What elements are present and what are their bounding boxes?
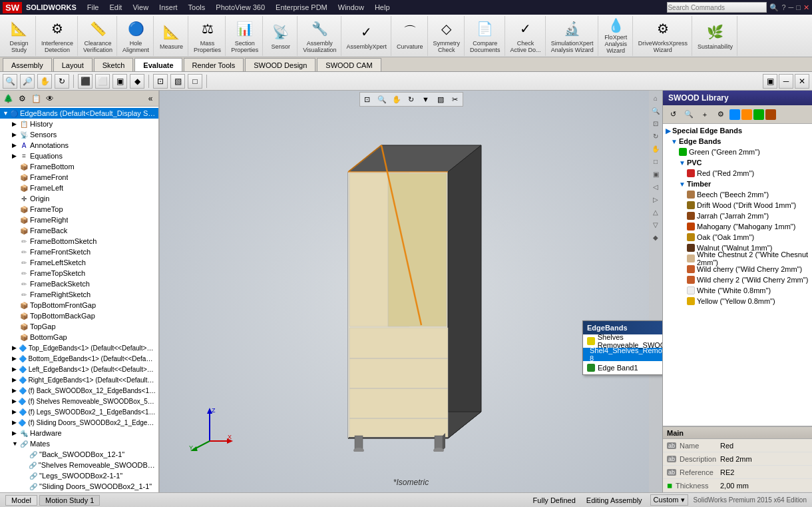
tree-item-frameright[interactable]: 📦 FrameRight: [0, 215, 158, 225]
hole-align-btn[interactable]: 🔵 HoleAlignment: [118, 16, 154, 56]
rp-refresh-btn[interactable]: ↺: [666, 107, 680, 122]
menu-photoview[interactable]: PhotoView 360: [210, 2, 270, 13]
tree-item-frametopsketch[interactable]: ✏ FrameTopSketch: [0, 268, 158, 278]
interference-btn[interactable]: ⚙ InterferenceDetection: [37, 16, 78, 56]
driveworks-btn[interactable]: ⚙ DriveWorksXpressWizard: [634, 16, 692, 56]
display-style-btn[interactable]: ▧: [434, 93, 447, 105]
rp-color3-btn[interactable]: [753, 109, 764, 120]
search-icon[interactable]: 🔍: [769, 3, 779, 12]
tree-item-framebottomsketch[interactable]: ✏ FrameBottomSketch: [0, 236, 158, 247]
tree-item-back-swoodbox[interactable]: ▶ 🔷 (f) Back_SWOODBox_12_EdgeBands<1> (D…: [0, 385, 158, 396]
rt-wild-cherry2[interactable]: Wild cherry 2 ("Wild Cherry 2mm"): [663, 274, 812, 285]
mass-props-btn[interactable]: ⚖ MassProperties: [190, 16, 226, 56]
tree-item-back-mate[interactable]: 🔗 "Back_SWOODBox_12-1": [0, 449, 158, 460]
status-custom-dropdown[interactable]: Custom ▾: [650, 494, 688, 506]
expand-history[interactable]: ▶: [12, 121, 19, 127]
vi-rotate-btn[interactable]: ↻: [650, 130, 662, 142]
tree-item-bottom-edgebands[interactable]: ▶ 🔷 Bottom_EdgeBands<1> (Default<<Defaul…: [0, 353, 158, 364]
rt-special-edge-bands[interactable]: ▶ Special Edge Bands: [663, 125, 812, 136]
rt-driftwood[interactable]: Drift Wood ("Drift Wood 1mm"): [663, 200, 812, 211]
minimize-icon[interactable]: ─: [789, 3, 794, 11]
tree-item-framefront[interactable]: 📦 FrameFront: [0, 172, 158, 183]
tree-item-frameleft[interactable]: 📦 FrameLeft: [0, 183, 158, 193]
menu-file[interactable]: File: [82, 2, 104, 13]
zoom-area-btn[interactable]: 🔍: [375, 93, 389, 105]
ctx-item-shel4[interactable]: Shel4_Shelves_Removeable_SWOODBox_5_Edge…: [583, 348, 662, 361]
tab-layout[interactable]: Layout: [53, 58, 93, 71]
tree-item-top-edgebands[interactable]: ▶ 🔷 Top_EdgeBands<1> (Default<<Default>_…: [0, 342, 158, 353]
tree-icon[interactable]: 🌲: [1, 92, 15, 105]
rp-add-btn[interactable]: +: [698, 107, 712, 122]
tree-item-left-edgebands[interactable]: ▶ 🔷 Left_EdgeBands<1> (Default<<Default>…: [0, 364, 158, 374]
tree-item-legs[interactable]: ▶ 🔷 (f) Legs_SWOODBox2_1_EdgeBands<1> (D…: [0, 406, 158, 417]
rt-red[interactable]: Red ("Red 2mm"): [663, 168, 812, 179]
tree-item-annotations[interactable]: ▶ A Annotations: [0, 140, 158, 151]
tab-render[interactable]: Render Tools: [184, 58, 244, 71]
rt-timber[interactable]: ▼ Timber: [663, 179, 812, 189]
menu-window[interactable]: Window: [333, 2, 369, 13]
clearance-btn[interactable]: 📏 ClearanceVerification: [79, 16, 117, 56]
model-tab[interactable]: Model: [5, 495, 37, 506]
wireframe-btn[interactable]: □: [188, 74, 202, 89]
rp-color1-btn[interactable]: [729, 109, 740, 120]
vi-left-btn[interactable]: ◁: [650, 181, 662, 193]
expand-root[interactable]: ▼: [3, 110, 9, 117]
tree-item-topbottombackgap[interactable]: 📦 TopBottomBackGap: [0, 310, 158, 321]
config-icon[interactable]: 📋: [29, 92, 43, 105]
tree-item-sliding-mate[interactable]: 🔗 "Sliding Doors_SWOODBox2_1-1": [0, 481, 158, 492]
check-active-btn[interactable]: ✓ CheckActive Do...: [507, 16, 546, 56]
section-view-btn[interactable]: ✂: [449, 93, 462, 105]
compare-docs-btn[interactable]: 📄 CompareDocuments: [466, 16, 505, 56]
tree-item-legs-mate[interactable]: 🔗 "Legs_SWOODBox2-1-1": [0, 470, 158, 481]
fit-btn[interactable]: ⊡: [153, 74, 168, 89]
zoom-out-btn[interactable]: 🔎: [20, 74, 35, 89]
collapse-icon[interactable]: «: [144, 92, 157, 105]
rotate-view-btn[interactable]: ↻: [405, 93, 418, 105]
expand-annotations[interactable]: ▶: [12, 142, 19, 149]
rt-mahogany[interactable]: Mahogany ("Mahogany 1mm"): [663, 221, 812, 232]
tree-item-mates[interactable]: ▼ 🔗 Mates: [0, 438, 158, 449]
vi-zoom-btn[interactable]: 🔍: [650, 105, 662, 117]
vi-fit-btn[interactable]: ⊡: [650, 117, 662, 129]
motion-tab[interactable]: Motion Study 1: [39, 495, 100, 506]
restore-icon[interactable]: □: [796, 3, 801, 11]
menu-help[interactable]: Help: [369, 2, 395, 13]
rt-white[interactable]: White ("White 0.8mm"): [663, 285, 812, 296]
tree-item-frametop[interactable]: 📦 FrameTop: [0, 204, 158, 215]
assembly-vis-btn[interactable]: 🔧 AssemblyVisualization: [299, 16, 341, 56]
zoom-in-btn[interactable]: 🔍: [3, 74, 17, 89]
tree-item-right-edgebands[interactable]: ▶ 🔷 Right_EdgeBands<1> (Default<<Default…: [0, 374, 158, 385]
rt-wild-cherry[interactable]: Wild cherry ("Wild Cherry 2mm"): [663, 264, 812, 274]
vi-home-btn[interactable]: ⌂: [650, 92, 662, 104]
tab-swood-cam[interactable]: SWOOD CAM: [317, 58, 381, 71]
view-iso-btn[interactable]: ◆: [130, 74, 144, 89]
rt-white-chestnut[interactable]: White Chestnut 2 ("White Chesnut 2mm"): [663, 253, 812, 264]
view-front-btn[interactable]: ⬛: [78, 74, 93, 89]
sustainability-btn[interactable]: 🌿 Sustainability: [694, 16, 737, 56]
display-icon[interactable]: 👁: [43, 92, 57, 105]
tree-item-framebacksketch[interactable]: ✏ FrameBackSketch: [0, 278, 158, 289]
tree-item-frameback[interactable]: 📦 FrameBack: [0, 225, 158, 236]
tab-swood-design[interactable]: SWOOD Design: [245, 58, 315, 71]
tab-sketch[interactable]: Sketch: [94, 58, 134, 71]
rt-oak[interactable]: Oak ("Oak 1mm"): [663, 232, 812, 243]
design-study-btn[interactable]: 📐 DesignStudy: [3, 16, 36, 56]
tree-item-shelves-mate[interactable]: 🔗 "Shelves Removeable_SWOODBox_5-1": [0, 460, 158, 470]
view-right-btn[interactable]: ▣: [112, 74, 127, 89]
vi-back-btn[interactable]: ▣: [650, 168, 662, 180]
window-controls3[interactable]: ✕: [795, 74, 809, 89]
rp-settings-btn[interactable]: ⚙: [713, 107, 728, 122]
tree-item-sliding-doors[interactable]: ▶ 🔷 (f) Sliding Doors_SWOODBox2_1_EdgeBa…: [0, 417, 158, 428]
assembly-xpert-btn[interactable]: ✓ AssemblyXpert: [343, 16, 392, 56]
ctx-item-shelves[interactable]: Shelves Removeable_SWOODBox_5_EdgeBands-…: [583, 334, 662, 348]
rp-filter-btn[interactable]: 🔍: [682, 107, 696, 122]
rotate-btn[interactable]: ↻: [55, 74, 69, 89]
rt-pvc[interactable]: ▼ PVC: [663, 157, 812, 168]
tree-item-framebottom[interactable]: 📦 FrameBottom: [0, 161, 158, 172]
pan-view-btn[interactable]: ✋: [390, 93, 403, 105]
zoom-to-fit-btn[interactable]: ⊡: [361, 93, 374, 105]
menu-edit[interactable]: Edit: [104, 2, 127, 13]
help-icon[interactable]: ?: [781, 3, 785, 11]
menu-insert[interactable]: Insert: [154, 2, 183, 13]
rt-yellow[interactable]: Yellow ("Yellow 0.8mm"): [663, 296, 812, 306]
